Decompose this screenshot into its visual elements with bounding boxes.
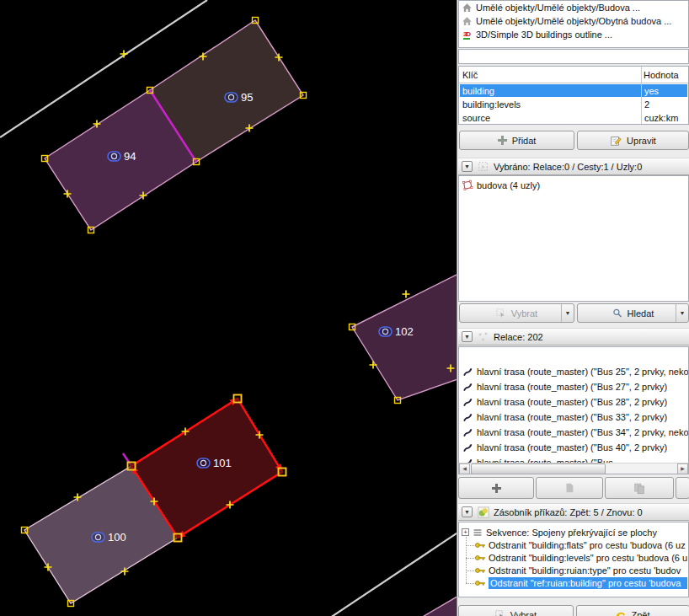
horizontal-scrollbar[interactable]: ◀ ▶ <box>459 463 688 474</box>
tree-connector <box>466 558 474 559</box>
select-button[interactable]: Vybrat ▼ <box>459 303 574 323</box>
add-relation-icon <box>492 484 501 493</box>
select-cursor-icon <box>495 610 505 616</box>
relation-item[interactable]: hlavní trasa (route_master) ("Bus 25", 2… <box>459 364 688 379</box>
josm-window: 9495102101100 Umělé objekty/Umělé objekt… <box>0 0 689 616</box>
selection-item-budova[interactable]: budova (4 uzly) <box>459 178 688 192</box>
command-row[interactable]: Odstranit "building:ruian:type" pro cest… <box>474 564 687 576</box>
collapse-icon[interactable]: ▼ <box>462 161 473 172</box>
selected-way-node[interactable] <box>234 395 242 403</box>
undo-icon <box>616 610 626 616</box>
scrollbar-thumb[interactable] <box>471 463 606 474</box>
command-stack-header-label: Zásobník příkazů: Zpět: 5 / Znovu: 0 <box>494 507 643 517</box>
housenumber-icon <box>197 458 210 468</box>
select-dropdown-arrow[interactable]: ▼ <box>561 304 574 322</box>
duplicate-relation-button[interactable] <box>605 477 674 499</box>
selection-header-label: Vybráno: Relace:0 / Cesty:1 / Uzly:0 <box>494 162 642 172</box>
housenumber-icon <box>225 93 238 102</box>
scroll-right-icon[interactable]: ▶ <box>677 463 688 474</box>
column-header-key: Klíč <box>459 70 640 80</box>
tree-connector <box>466 570 474 571</box>
relation-item[interactable]: hlavní trasa (route_master) ("Bus 40", 2… <box>459 440 688 455</box>
house-icon <box>461 2 473 13</box>
preset-item[interactable]: Umělé objekty/Umělé objekty/Obytná budov… <box>459 14 688 28</box>
edit-relation-icon <box>563 482 575 494</box>
preset-label: Umělé objekty/Umělé objekty/Budova ... <box>476 3 640 13</box>
command-stack-tree: + Sekvence: Spojeny překrývající se ploc… <box>458 522 689 597</box>
tag-table: Klíč Hodnota building yes building:level… <box>458 66 689 125</box>
tree-connector <box>466 545 474 546</box>
column-divider <box>641 67 642 125</box>
route-master-icon <box>462 381 473 393</box>
relations-header-label: Relace: 202 <box>494 332 543 342</box>
route-master-icon <box>462 396 473 408</box>
building-label: 102 <box>395 325 414 338</box>
preset-label: 3D/Simple 3D buildings outline ... <box>476 29 612 40</box>
preset-item[interactable]: Umělé objekty/Umělé objekty/Budova ... <box>459 1 688 14</box>
tree-connector <box>466 583 474 584</box>
command-row-selected[interactable]: Odstranit "ref:ruian:building" pro cestu… <box>474 576 687 589</box>
command-sequence-row[interactable]: + Sekvence: Spojeny překrývající se ploc… <box>462 526 687 538</box>
preset-item[interactable]: 3D 3D/Simple 3D buildings outline ... <box>459 28 688 41</box>
edit-tag-button[interactable]: Upravit <box>577 131 689 150</box>
selection-list: budova (4 uzly) <box>458 175 689 302</box>
command-row[interactable]: Odstranit "building:levels" pro cestu 'b… <box>474 551 687 564</box>
edit-relation-button[interactable] <box>536 477 603 499</box>
relation-item[interactable]: hlavní trasa (route_master) ("Bus 27", 2… <box>459 379 688 394</box>
route-master-icon <box>462 366 473 378</box>
duplicate-relation-icon <box>633 482 645 494</box>
key-icon <box>474 565 486 576</box>
tree-expand-icon[interactable]: + <box>462 528 469 536</box>
tag-row-building[interactable]: building yes <box>460 84 687 97</box>
selected-way-node[interactable] <box>174 534 182 542</box>
relations-list: hlavní trasa (route_master) ("Bus 25", 2… <box>458 346 689 474</box>
command-stack-icon <box>477 506 489 518</box>
virtual-node-marker[interactable] <box>403 291 410 298</box>
building-label: 95 <box>241 91 253 104</box>
house-icon <box>461 15 473 27</box>
search-dropdown-arrow[interactable]: ▼ <box>676 304 688 322</box>
side-panel: Umělé objekty/Umělé objekty/Budova ... U… <box>457 0 689 616</box>
plus-icon <box>498 136 507 145</box>
road-line[interactable] <box>330 532 457 616</box>
command-row[interactable]: Odstranit "building:flats" pro cestu 'bu… <box>474 538 687 551</box>
relation-item[interactable]: hlavní trasa (route_master) ("Bus 34", 2… <box>459 425 688 440</box>
selected-way-node[interactable] <box>128 463 136 470</box>
key-icon <box>474 539 486 551</box>
search-button[interactable]: Hledat ▼ <box>577 303 689 323</box>
collapse-icon[interactable]: ▼ <box>462 506 473 517</box>
tag-row-source[interactable]: source cuzk:km <box>460 111 687 124</box>
tag-table-header: Klíč Hodnota <box>459 67 688 83</box>
scroll-left-icon[interactable]: ◀ <box>459 463 470 474</box>
map-canvas[interactable]: 9495102101100 <box>0 0 457 616</box>
tag-row-levels[interactable]: building:levels 2 <box>460 98 687 110</box>
preset-label: Umělé objekty/Umělé objekty/Obytná budov… <box>476 16 671 26</box>
relation-item[interactable]: hlavní trasa (route_master) ("Bus 28", 2… <box>459 394 688 410</box>
closed-way-icon <box>462 179 473 191</box>
relation-item[interactable]: hlavní trasa (route_master) ("Bus 33", 2… <box>459 410 688 425</box>
route-master-icon <box>462 442 473 453</box>
selection-mode-icon <box>477 161 489 173</box>
key-icon <box>474 552 486 564</box>
key-icon <box>474 577 486 589</box>
command-stack-header: ▼ Zásobník příkazů: Zpět: 5 / Znovu: 0 <box>458 503 689 521</box>
selection-panel-header: ▼ Vybráno: Relace:0 / Cesty:1 / Uzly:0 <box>458 158 689 175</box>
building-label: 101 <box>213 457 232 469</box>
route-master-icon <box>462 411 473 423</box>
selected-way-node[interactable] <box>279 469 286 476</box>
add-tag-button[interactable]: Přidat <box>459 131 574 150</box>
building-label: 94 <box>124 150 136 163</box>
membership-list <box>458 49 689 64</box>
relations-panel-header: ▼ Relace: 202 <box>458 328 689 345</box>
add-relation-button[interactable] <box>458 477 534 499</box>
selection-item-label: budova (4 uzly) <box>477 180 540 190</box>
housenumber-icon <box>108 152 120 161</box>
map-svg[interactable]: 9495102101100 <box>0 0 457 616</box>
undo-button[interactable]: Zpět <box>576 605 689 616</box>
building-corner[interactable] <box>421 595 457 616</box>
collapse-icon[interactable]: ▼ <box>462 331 473 342</box>
building-label: 100 <box>108 531 126 544</box>
presets-list: Umělé objekty/Umělé objekty/Budova ... U… <box>458 0 689 48</box>
delete-relation-button[interactable] <box>676 477 689 499</box>
command-select-button[interactable]: Vybrat <box>458 605 574 616</box>
